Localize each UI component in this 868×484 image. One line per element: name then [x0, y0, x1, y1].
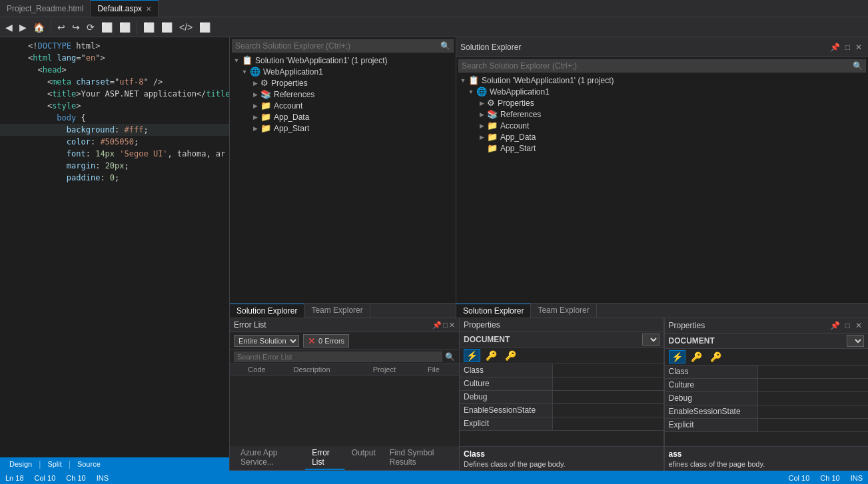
alpha-button[interactable]: 🔑	[483, 349, 500, 362]
scope-select[interactable]: Entire Solution	[234, 335, 299, 347]
tree-item-project-r[interactable]: ▼ 🌐 WebApplication1	[456, 86, 868, 97]
tree-item-appdata-r[interactable]: ▶ 📁 App_Data	[456, 131, 868, 142]
tab-project-readme[interactable]: Project_Readme.html	[0, 0, 91, 17]
tree-item-appstart-r[interactable]: 📁 App_Start	[456, 142, 868, 154]
tree-label: App_Data	[274, 113, 309, 122]
tab-azure[interactable]: Azure App Service...	[234, 446, 305, 470]
separator2	[137, 21, 137, 34]
folder-icon: 📁	[487, 143, 498, 153]
design-button[interactable]: Design	[5, 460, 36, 468]
btn8[interactable]: ⬜	[197, 21, 213, 34]
maximize-props-button[interactable]: □	[843, 320, 852, 331]
prop-value[interactable]	[758, 405, 869, 418]
tab-default-aspx[interactable]: Default.aspx ✕	[91, 0, 159, 17]
maximize-button[interactable]: □	[843, 42, 852, 53]
tree-label: References	[274, 90, 314, 99]
prop-value[interactable]	[758, 392, 869, 405]
prop-value[interactable]	[553, 417, 663, 430]
close-props-button[interactable]: ✕	[853, 320, 864, 331]
tab-team-explorer-right[interactable]: Team Explorer	[531, 304, 596, 318]
code-line: <meta charset="utf-8" />	[0, 76, 229, 88]
tree-right: ▼ 📋 Solution 'WebApplication1' (1 projec…	[456, 75, 868, 303]
search-input-right[interactable]	[462, 61, 850, 71]
btn5[interactable]: ⬜	[117, 21, 133, 34]
code-editor: <!DOCTYPE html> <html lang="en"> <head> …	[0, 37, 230, 471]
prop-value[interactable]	[553, 377, 663, 390]
refresh-button[interactable]: ⟳	[84, 21, 97, 34]
home-button[interactable]: 🏠	[31, 21, 47, 34]
tab-find-symbol[interactable]: Find Symbol Results	[383, 446, 455, 470]
prop-value[interactable]	[758, 379, 869, 391]
tab-output[interactable]: Output	[345, 446, 383, 470]
error-badge: ✕ 0 Errors	[303, 334, 349, 348]
tree-item-references[interactable]: ▶ 📚 References	[230, 89, 456, 100]
document-select-right[interactable]	[847, 335, 864, 347]
sort-button-r[interactable]: ⚡	[669, 350, 685, 363]
close-button[interactable]: ✕	[853, 42, 864, 53]
pin-props-button[interactable]: 📌	[828, 320, 842, 331]
error-toolbar: Entire Solution ✕ 0 Errors	[230, 332, 459, 350]
tree-item-solution[interactable]: ▼ 📋 Solution 'WebApplication1' (1 projec…	[230, 55, 456, 66]
sort-button[interactable]: ⚡	[464, 349, 480, 362]
pin-error-button[interactable]: 📌	[432, 321, 442, 330]
arrow-icon: ▶	[251, 124, 259, 132]
panel-controls-right: 📌 □ ✕	[828, 42, 864, 53]
search-input-left[interactable]	[235, 41, 438, 51]
prop-value[interactable]	[758, 365, 869, 378]
tree-item-references-r[interactable]: ▶ 📚 References	[456, 109, 868, 120]
arrow-icon	[478, 144, 486, 152]
back-button[interactable]: ◀	[3, 21, 15, 34]
redo-button[interactable]: ↪	[69, 21, 83, 34]
alpha-button-r[interactable]: 🔑	[688, 350, 705, 363]
folder-icon: 📁	[487, 132, 498, 142]
key-button[interactable]: 🔑	[502, 349, 519, 362]
undo-button[interactable]: ↩	[55, 21, 68, 34]
btn6[interactable]: ⬜	[141, 21, 157, 34]
close-error-button[interactable]: ✕	[449, 321, 455, 330]
props-desc-left: Class Defines class of the page body.	[460, 446, 663, 471]
error-search-input[interactable]	[234, 352, 442, 362]
tab-team-explorer-left[interactable]: Team Explorer	[304, 304, 370, 318]
prop-name: Culture	[665, 379, 758, 391]
tree-item-solution-r[interactable]: ▼ 📋 Solution 'WebApplication1' (1 projec…	[456, 75, 868, 86]
tree-item-account-r[interactable]: ▶ 📁 Account	[456, 120, 868, 131]
tab-error-list[interactable]: Error List	[305, 446, 345, 470]
document-select-left[interactable]	[642, 334, 659, 346]
tree-item-properties[interactable]: ▶ ⚙ Properties	[230, 77, 456, 89]
props-desc-text-left: Defines class of the page body.	[464, 460, 659, 468]
btn7[interactable]: ⬜	[159, 21, 175, 34]
key-button-r[interactable]: 🔑	[707, 350, 724, 363]
code-line: <title>Your ASP.NET application</title>	[0, 88, 229, 100]
code-line: font: 14px 'Segoe UI', tahoma, ar	[0, 148, 229, 160]
code-button[interactable]: </>	[177, 21, 195, 34]
tree-item-properties-r[interactable]: ▶ ⚙ Properties	[456, 97, 868, 109]
prop-value[interactable]	[553, 364, 663, 377]
error-x-icon: ✕	[308, 336, 316, 346]
split-button[interactable]: Split	[43, 460, 65, 468]
prop-name: Class	[460, 364, 553, 377]
tree-item-appstart[interactable]: ▶ 📁 App_Start	[230, 122, 456, 134]
maximize-error-button[interactable]: □	[443, 321, 448, 330]
tree-item-project[interactable]: ▼ 🌐 WebApplication1	[230, 66, 456, 77]
props-row: Debug	[460, 391, 663, 404]
tree-label: WebApplication1	[263, 67, 323, 77]
tree-item-account[interactable]: ▶ 📁 Account	[230, 100, 456, 111]
stop-button[interactable]: ⬜	[99, 21, 115, 34]
prop-value[interactable]	[758, 419, 869, 431]
source-button[interactable]: Source	[73, 460, 105, 468]
arrow-icon: ▼	[232, 57, 240, 65]
pin-button[interactable]: 📌	[828, 42, 842, 53]
error-header: Error List 📌 □ ✕	[230, 318, 459, 332]
close-icon[interactable]: ✕	[146, 5, 151, 13]
status-ch: Ch 10	[66, 474, 85, 482]
tree-item-appdata[interactable]: ▶ 📁 App_Data	[230, 111, 456, 122]
tab-solution-explorer-left[interactable]: Solution Explorer	[230, 304, 304, 318]
forward-button[interactable]: ▶	[17, 21, 29, 34]
props-row: Class	[460, 364, 663, 377]
tab-solution-explorer-right[interactable]: Solution Explorer	[456, 304, 531, 318]
prop-value[interactable]	[553, 404, 663, 417]
se-title-right: Solution Explorer	[460, 43, 521, 52]
code-text: <head>	[28, 64, 67, 76]
prop-value[interactable]	[553, 391, 663, 403]
prop-name: Culture	[460, 377, 553, 390]
